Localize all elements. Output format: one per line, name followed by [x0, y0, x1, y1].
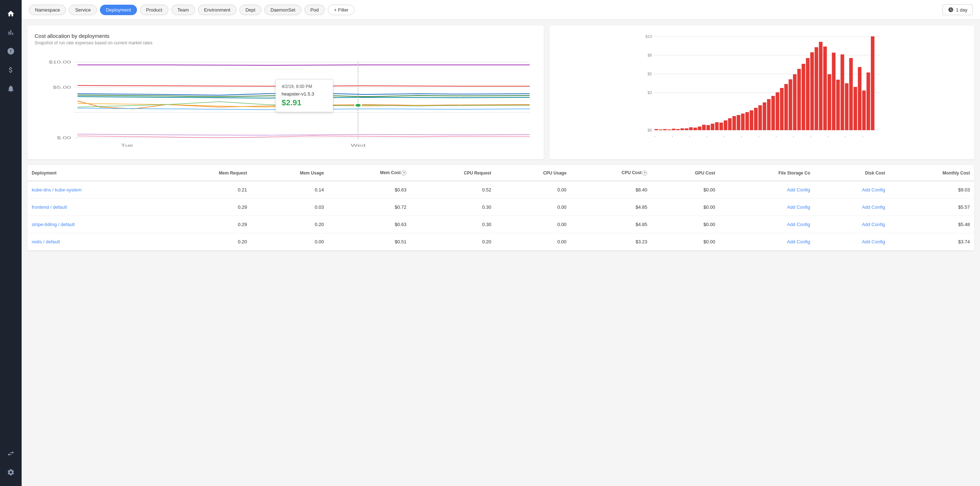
chart-icon[interactable] — [3, 24, 19, 40]
home-icon[interactable] — [3, 6, 19, 22]
disk-cost-val: Add Config — [815, 216, 889, 233]
svg-text:•: • — [758, 135, 759, 138]
disk-cost-val: Add Config — [815, 181, 889, 199]
deployment-link[interactable]: redis / default — [32, 239, 60, 245]
col-mem-usage: Mem Usage — [251, 165, 328, 181]
filter-namespace[interactable]: Namespace — [29, 5, 66, 15]
svg-rect-43 — [749, 110, 753, 130]
table-row: kube-dns / kube-system 0.21 0.14 $0.63 0… — [27, 181, 974, 199]
svg-rect-64 — [840, 54, 844, 130]
col-cpu-cost: CPU Cost? — [571, 165, 652, 181]
svg-rect-63 — [836, 80, 840, 130]
deployment-name: kube-dns / kube-system — [27, 181, 165, 199]
deployment-link[interactable]: kube-dns / kube-system — [32, 187, 81, 192]
col-cpu-request: CPU Request — [410, 165, 495, 181]
sidebar — [0, 0, 22, 486]
mem-cost-val: $0.63 — [328, 216, 410, 233]
cpu-request-val: 0.20 — [410, 233, 495, 251]
svg-rect-32 — [702, 125, 706, 130]
svg-text:•: • — [827, 135, 829, 138]
add-config-disk-1[interactable]: Add Config — [862, 187, 885, 192]
svg-rect-65 — [845, 83, 848, 130]
svg-text:$5: $5 — [648, 72, 652, 76]
plus-icon: + — [334, 7, 337, 13]
col-cpu-usage: CPU Usage — [496, 165, 571, 181]
deployment-name: redis / default — [27, 233, 165, 251]
filter-daemonset[interactable]: DaemonSet — [264, 5, 301, 15]
svg-text:•: • — [862, 135, 863, 138]
disk-cost-val: Add Config — [815, 199, 889, 216]
cpu-cost-val: $3.23 — [571, 233, 652, 251]
svg-rect-50 — [780, 88, 783, 130]
add-config-file-4[interactable]: Add Config — [787, 239, 810, 245]
svg-rect-31 — [698, 127, 701, 130]
cpu-usage-val: 0.00 — [496, 233, 571, 251]
svg-rect-70 — [866, 73, 870, 130]
add-config-file-3[interactable]: Add Config — [787, 222, 810, 227]
add-filter-button[interactable]: + Filter — [328, 5, 355, 15]
content-area: Cost allocation by deployments Snapshot … — [22, 20, 980, 486]
add-config-disk-2[interactable]: Add Config — [862, 205, 885, 210]
svg-text:$.00: $.00 — [57, 135, 71, 140]
svg-text:•: • — [793, 135, 794, 138]
dollar-icon[interactable] — [3, 62, 19, 78]
svg-text:$0: $0 — [648, 128, 652, 132]
col-deployment: Deployment — [27, 165, 165, 181]
monthly-cost-val: $9.03 — [889, 181, 974, 199]
svg-rect-52 — [789, 79, 792, 130]
bar-chart-container: $10 $8 $5 $3 $0 — [557, 33, 967, 148]
cpu-cost-help[interactable]: ? — [642, 170, 647, 176]
svg-rect-68 — [858, 67, 861, 130]
filter-service[interactable]: Service — [69, 5, 97, 15]
deployment-link[interactable]: stripe-billing / default — [32, 222, 75, 227]
deployments-table: Deployment Mem Request Mem Usage Mem Cos… — [27, 165, 974, 251]
transfer-icon[interactable] — [3, 446, 19, 462]
svg-rect-27 — [680, 129, 684, 130]
file-storage-val: Add Config — [720, 199, 815, 216]
time-selector[interactable]: 1 day — [942, 4, 973, 15]
add-config-disk-4[interactable]: Add Config — [862, 239, 885, 245]
svg-rect-33 — [706, 125, 710, 130]
add-config-disk-3[interactable]: Add Config — [862, 222, 885, 227]
svg-rect-34 — [711, 124, 714, 130]
deployment-link[interactable]: frontend / default — [32, 205, 67, 210]
mem-cost-val: $0.63 — [328, 181, 410, 199]
filter-deployment[interactable]: Deployment — [100, 5, 137, 15]
filter-product[interactable]: Product — [140, 5, 169, 15]
settings-icon[interactable] — [3, 464, 19, 480]
filter-team[interactable]: Team — [171, 5, 195, 15]
svg-rect-39 — [732, 116, 736, 130]
add-config-file-2[interactable]: Add Config — [787, 205, 810, 210]
cpu-usage-val: 0.00 — [496, 181, 571, 199]
tooltip-label: heapster-v1.5.3 — [282, 91, 327, 97]
col-monthly-cost: Monthly Cost — [889, 165, 974, 181]
svg-text:$5.00: $5.00 — [52, 85, 71, 89]
add-config-file-1[interactable]: Add Config — [787, 187, 810, 192]
svg-text:$10.00: $10.00 — [49, 60, 71, 64]
mem-usage-val: 0.14 — [251, 181, 328, 199]
svg-text:•: • — [654, 135, 655, 138]
svg-rect-54 — [797, 69, 801, 130]
svg-rect-67 — [853, 87, 857, 130]
alert-icon[interactable] — [3, 43, 19, 59]
svg-text:$8: $8 — [648, 53, 652, 57]
svg-rect-55 — [802, 64, 805, 130]
table-card: Deployment Mem Request Mem Usage Mem Cos… — [27, 165, 974, 251]
cpu-request-val: 0.30 — [410, 216, 495, 233]
chart-tooltip: 4/2/19, 8:00 PM heapster-v1.5.3 $2.91 — [275, 79, 333, 112]
top-bar: Namespace Service Deployment Product Tea… — [22, 0, 980, 20]
bell-icon[interactable] — [3, 81, 19, 97]
mem-request-val: 0.29 — [165, 216, 251, 233]
file-storage-val: Add Config — [720, 233, 815, 251]
mem-cost-help[interactable]: ? — [401, 170, 406, 176]
mem-cost-val: $0.72 — [328, 199, 410, 216]
filter-pod[interactable]: Pod — [304, 5, 325, 15]
table-body: kube-dns / kube-system 0.21 0.14 $0.63 0… — [27, 181, 974, 251]
gpu-cost-val: $0.00 — [652, 199, 719, 216]
table-row: stripe-billing / default 0.29 0.20 $0.63… — [27, 216, 974, 233]
svg-text:•: • — [741, 135, 742, 138]
filter-dept[interactable]: Dept — [239, 5, 261, 15]
cpu-request-val: 0.52 — [410, 181, 495, 199]
svg-rect-30 — [694, 128, 697, 130]
filter-environment[interactable]: Environment — [198, 5, 237, 15]
